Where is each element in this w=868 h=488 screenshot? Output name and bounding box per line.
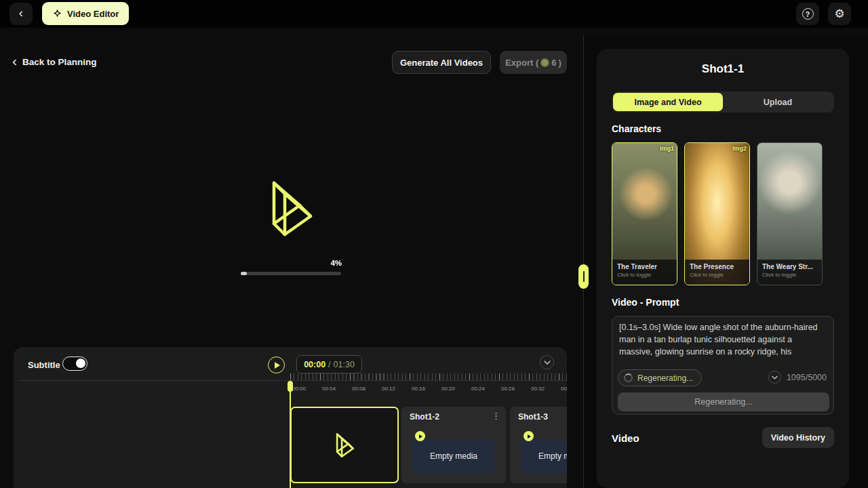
character-card-traveler[interactable]: Img1 The Traveler Click to toggle — [612, 142, 677, 285]
time-separator: / — [328, 360, 330, 369]
shot-title: Shot1-1 — [597, 62, 849, 76]
character-hint: Click to toggle — [617, 272, 672, 278]
tab-image-and-video[interactable]: Image and Video — [613, 93, 723, 111]
play-3d-logo-icon — [264, 175, 317, 241]
character-caption: The Weary Str... Click to toggle — [757, 260, 822, 285]
tab-upload[interactable]: Upload — [723, 93, 833, 111]
help-icon: ? — [802, 8, 814, 20]
generate-all-videos-button[interactable]: Generate All Videos — [392, 51, 491, 74]
tick-label: 00:04 — [322, 386, 336, 392]
subtitle-toggle[interactable] — [62, 357, 87, 371]
tick-label: 00:00 — [292, 386, 306, 392]
toggle-knob — [76, 359, 85, 368]
export-button[interactable]: Export ( 6 ) — [500, 51, 567, 74]
tick-label: 00:12 — [382, 386, 395, 392]
export-credits: 6 — [551, 58, 556, 68]
chevron-left-icon: ‹ — [19, 5, 23, 20]
help-button[interactable]: ? — [796, 3, 819, 25]
empty-media-box: Empty media — [412, 439, 495, 473]
image-badge: Img1 — [660, 145, 674, 152]
character-card-weary-stranger[interactable]: The Weary Str... Click to toggle — [757, 142, 823, 285]
progress-percent: 4% — [292, 259, 342, 267]
tick-label: 00:36 — [561, 386, 567, 392]
character-name: The Weary Str... — [762, 263, 817, 270]
ruler-ticks[interactable] — [290, 373, 567, 380]
video-prompt-heading: Video - Prompt — [612, 297, 679, 308]
video-heading: Video — [612, 432, 639, 444]
prompt-text[interactable]: [0.1s–3.0s] Wide low angle shot of the a… — [619, 322, 827, 358]
gear-icon: ⚙ — [834, 7, 844, 21]
clip-shot1-1[interactable] — [290, 407, 399, 483]
time-display: 00:00 / 01:30 — [296, 355, 362, 373]
video-editor-button[interactable]: Video Editor — [42, 2, 129, 25]
source-tabs: Image and Video Upload — [612, 92, 834, 113]
export-label-prefix: Export ( — [505, 58, 538, 68]
app-title: Video Editor — [67, 9, 119, 19]
topbar: ‹ Video Editor ? ⚙ — [0, 0, 868, 28]
app-root: ‹ Video Editor ? ⚙ ‹ Back to Planning Ge… — [0, 0, 868, 488]
video-history-button[interactable]: Video History — [762, 427, 834, 448]
time-total: 01:30 — [334, 360, 355, 369]
play-button[interactable] — [268, 357, 285, 373]
character-card-presence[interactable]: Img2 The Presence Click to toggle — [684, 142, 750, 285]
back-button[interactable]: ‹ — [9, 3, 33, 25]
character-hint: Click to toggle — [762, 272, 817, 278]
video-play-badge-icon — [415, 431, 425, 441]
collapse-timeline-button[interactable] — [540, 355, 554, 369]
char-counter: 1095/5000 — [787, 373, 827, 382]
progress-bar — [241, 272, 341, 275]
prompt-counter-group: 1095/5000 — [768, 371, 827, 384]
regenerate-button[interactable]: Regenerating... — [618, 392, 829, 411]
clip-title: Shot1-2 — [410, 412, 439, 422]
empty-media-box: Empty media — [521, 439, 567, 473]
character-hint: Click to toggle — [690, 272, 745, 278]
image-badge: Img2 — [732, 145, 747, 152]
tick-label: 00:20 — [441, 386, 455, 392]
clip-shot1-2[interactable]: Shot1-2 ⋮ Empty media — [401, 407, 506, 483]
regenerating-status-pill: Regenerating... — [618, 369, 702, 386]
sparkle-icon — [52, 9, 62, 19]
character-caption: The Traveler Click to toggle — [612, 260, 677, 285]
expand-prompt-button[interactable] — [768, 371, 781, 384]
prompt-editor[interactable]: [0.1s–3.0s] Wide low angle shot of the a… — [612, 316, 834, 415]
back-to-planning-label: Back to Planning — [22, 57, 97, 67]
video-play-badge-icon — [524, 431, 534, 441]
tick-label: 00:28 — [501, 386, 515, 392]
ruler-baseline — [19, 380, 567, 381]
subtitle-label: Subtitle — [28, 360, 60, 370]
settings-button[interactable]: ⚙ — [828, 3, 851, 25]
spinner-icon — [624, 373, 633, 382]
chevron-down-icon — [544, 361, 551, 365]
credits-coin-icon — [540, 58, 549, 67]
shot-detail-panel: Shot1-1 Image and Video Upload Character… — [597, 49, 849, 488]
export-label-suffix: ) — [559, 58, 561, 68]
chevron-down-icon — [772, 375, 778, 380]
kebab-menu-icon[interactable]: ⋮ — [492, 411, 500, 421]
chevron-left-icon: ‹ — [12, 54, 17, 68]
panel-divider — [583, 35, 584, 488]
character-name: The Presence — [690, 263, 745, 270]
time-current: 00:00 — [304, 360, 326, 369]
regenerating-label: Regenerating... — [637, 373, 693, 383]
playhead-handle[interactable] — [288, 381, 293, 392]
character-name: The Traveler — [617, 263, 672, 270]
clip-shot1-3[interactable]: Shot1-3 Empty media — [510, 407, 567, 483]
clip-title: Shot1-3 — [518, 412, 548, 422]
play-3d-logo-icon — [333, 430, 356, 460]
tick-label: 00:08 — [352, 386, 366, 392]
tick-label: 00:24 — [471, 386, 485, 392]
timeline-panel: Subtitle 00:00 / 01:30 00:00 00:04 00:08… — [14, 347, 567, 488]
tick-label: 00:32 — [531, 386, 545, 392]
back-to-planning-link[interactable]: ‹ Back to Planning — [12, 56, 97, 68]
progress-bar-fill — [241, 272, 247, 275]
character-caption: The Presence Click to toggle — [685, 260, 749, 285]
characters-heading: Characters — [612, 123, 661, 134]
tick-label: 00:16 — [412, 386, 425, 392]
panel-resize-handle[interactable] — [578, 264, 589, 289]
loading-logo — [264, 175, 317, 241]
